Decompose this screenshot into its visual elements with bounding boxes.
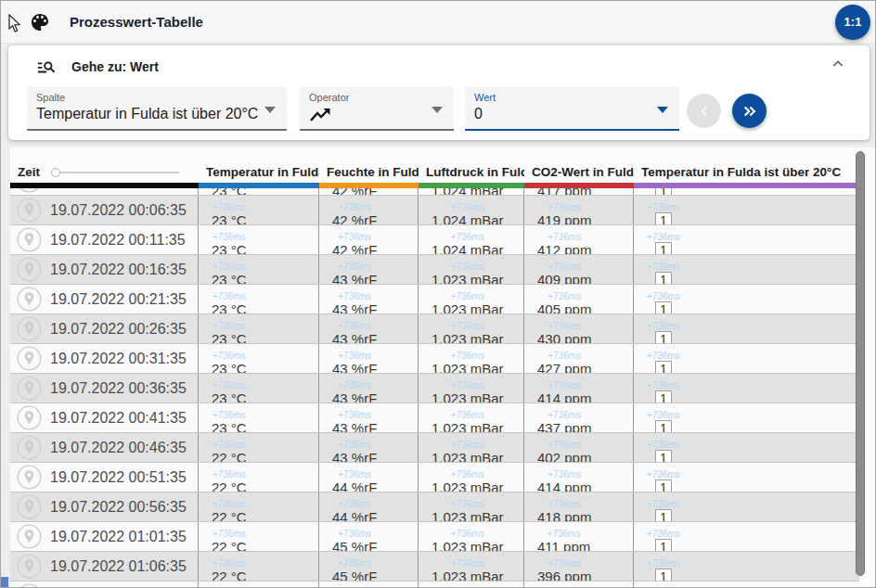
- value-cell: +736ms1: [634, 492, 859, 521]
- value-cell: +736ms396 ppm: [524, 552, 634, 581]
- ms-offset-label: +736ms: [213, 351, 246, 361]
- palette-icon[interactable]: [29, 11, 51, 33]
- column-header-label: Temperatur in Fulda: [199, 165, 319, 183]
- time-cell: 19.07.2022 01:01:35: [10, 522, 199, 551]
- ms-offset-label: +736ms: [548, 558, 581, 569]
- ms-offset-label: +736ms: [451, 291, 484, 301]
- ms-offset-label: +736ms: [647, 469, 680, 479]
- ms-offset-label: +736ms: [548, 440, 581, 450]
- cell-value: 1.023 mBar: [432, 361, 504, 373]
- column-color-bar: [419, 183, 524, 188]
- value-cell: +736ms1.023 mBar: [419, 285, 524, 313]
- column-color-bar: [10, 183, 199, 188]
- ms-offset-label: +736ms: [338, 202, 371, 212]
- table-row[interactable]: 19.07.2022 00:11:35+736ms23 °C+736ms42 %…: [10, 225, 859, 255]
- ms-offset-label: +736ms: [451, 321, 484, 331]
- cell-value: 1.023 mBar: [432, 272, 504, 284]
- app-header: Prozesswert-Tabelle 1:1: [1, 1, 875, 44]
- column-header-3: Luftdruck in Fulda: [419, 160, 524, 188]
- vertical-scrollbar-thumb[interactable]: [856, 151, 865, 576]
- cell-value: 1: [655, 212, 672, 224]
- value-cell: +736ms: [199, 582, 319, 588]
- bool-value-box: 1: [655, 212, 672, 224]
- column-header-2: Feuchte in Fulda: [319, 160, 419, 188]
- cell-value: 427 ppm: [537, 361, 591, 373]
- table-row[interactable]: 19.07.2022 01:01:35+736ms22 °C+736ms45 %…: [10, 522, 859, 552]
- table-row[interactable]: 19.07.2022 00:26:35+736ms23 °C+736ms43 %…: [10, 314, 859, 344]
- table-row[interactable]: 19.07.2022 00:51:35+736ms22 °C+736ms44 %…: [10, 463, 859, 492]
- value-cell: +736ms1: [634, 285, 859, 313]
- operator-select[interactable]: Operator: [300, 86, 454, 131]
- location-pin-icon: [17, 188, 42, 193]
- cell-value: 409 ppm: [537, 272, 591, 284]
- column-select[interactable]: Spalte Temperatur in Fulda ist über 20°C: [27, 86, 287, 131]
- ms-offset-label: +736ms: [338, 440, 371, 450]
- time-cell: [10, 188, 199, 195]
- ms-offset-label: +736ms: [548, 380, 581, 390]
- ms-offset-label: +736ms: [338, 351, 371, 361]
- table-row[interactable]: +736ms23 °C+736ms42 %rF+736ms1.024 mBar+…: [10, 188, 859, 196]
- value-cell: +736ms: [319, 582, 419, 588]
- ms-offset-label: +736ms: [451, 380, 484, 390]
- value-cell: +736ms22 °C: [199, 463, 319, 492]
- column-width-slider[interactable]: [51, 168, 179, 177]
- ms-offset-label: +736ms: [213, 380, 246, 390]
- table-row[interactable]: 19.07.2022 00:36:35+736ms23 °C+736ms43 %…: [10, 374, 859, 403]
- ms-offset-label: +736ms: [647, 262, 680, 272]
- location-pin-icon: [17, 435, 42, 460]
- cell-value: 22 °C: [212, 450, 247, 462]
- table-row[interactable]: 19.07.2022 00:21:35+736ms23 °C+736ms43 %…: [10, 285, 859, 314]
- cell-value: 43 %rF: [332, 420, 377, 432]
- ms-offset-label: +736ms: [338, 499, 371, 509]
- timestamp: 19.07.2022 00:06:35: [50, 202, 187, 219]
- cell-value: 23 °C: [212, 272, 247, 284]
- column-header-label: CO2-Wert in Fulda: [524, 165, 634, 183]
- ms-offset-label: +736ms: [647, 202, 680, 212]
- column-header-1: Temperatur in Fulda: [199, 160, 319, 188]
- cell-value: 417 ppm: [537, 188, 591, 195]
- ms-offset-label: +736ms: [213, 321, 246, 331]
- scale-1-1-button[interactable]: 1:1: [835, 5, 870, 40]
- table-header-row: ZeitTemperatur in FuldaFeuchte in FuldaL…: [10, 160, 859, 188]
- slider-knob[interactable]: [51, 168, 60, 177]
- table-row[interactable]: 19.07.2022 00:31:35+736ms23 °C+736ms43 %…: [10, 344, 859, 374]
- value-select[interactable]: Wert 0: [465, 86, 679, 131]
- table-row[interactable]: 19.07.2022 00:56:35+736ms22 °C+736ms44 %…: [10, 492, 859, 522]
- cell-value: 44 %rF: [332, 509, 377, 521]
- time-cell: 19.07.2022 00:11:35: [10, 225, 199, 254]
- table-row[interactable]: 19.07.2022 00:41:35+736ms23 °C+736ms43 %…: [10, 403, 859, 433]
- table-row[interactable]: +736ms+736ms+736ms+736ms+736ms: [10, 582, 859, 588]
- cell-value: 405 ppm: [537, 301, 591, 313]
- table-row[interactable]: 19.07.2022 00:16:35+736ms23 °C+736ms43 %…: [10, 255, 859, 285]
- timestamp: 19.07.2022 00:31:35: [50, 351, 187, 367]
- table-row[interactable]: 19.07.2022 00:06:35+736ms23 °C+736ms42 %…: [10, 196, 859, 225]
- value-cell: +736ms44 %rF: [319, 463, 419, 492]
- cell-value: 1: [655, 242, 672, 254]
- table-row[interactable]: 19.07.2022 01:06:35+736ms22 °C+736ms45 %…: [10, 552, 859, 582]
- ms-offset-label: +736ms: [213, 529, 246, 539]
- value-cell: +736ms1.023 mBar: [419, 314, 524, 343]
- prev-match-button[interactable]: [687, 94, 721, 128]
- time-cell: 19.07.2022 00:41:35: [10, 403, 199, 432]
- cell-value: 23 °C: [212, 331, 247, 343]
- value-cell: +736ms1: [634, 314, 859, 343]
- cell-value: 1: [655, 450, 672, 462]
- time-cell: 19.07.2022 00:51:35: [10, 463, 199, 492]
- value-select-label: Wert: [474, 92, 670, 104]
- bool-value-box: 1: [655, 539, 672, 551]
- value-cell: +736ms409 ppm: [524, 255, 634, 284]
- collapse-chevron-icon[interactable]: [831, 57, 845, 71]
- value-cell: +736ms1: [634, 463, 859, 492]
- table-row[interactable]: 19.07.2022 00:46:35+736ms22 °C+736ms43 %…: [10, 433, 859, 463]
- cell-value: 1: [655, 539, 672, 551]
- value-cell: +736ms45 %rF: [319, 552, 419, 581]
- ms-offset-label: +736ms: [451, 440, 484, 450]
- bool-value-box: 1: [655, 242, 672, 254]
- column-select-label: Spalte: [36, 92, 277, 104]
- cell-value: 45 %rF: [332, 539, 377, 551]
- timestamp: 19.07.2022 01:01:35: [50, 529, 187, 545]
- next-match-button[interactable]: [732, 94, 766, 128]
- ms-offset-label: +736ms: [647, 351, 680, 361]
- cell-value: 414 ppm: [537, 390, 591, 403]
- cell-value: 22 °C: [212, 479, 247, 492]
